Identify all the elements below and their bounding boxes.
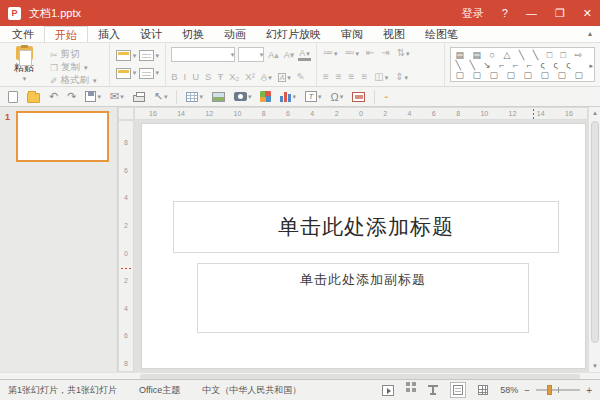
format-painter-button[interactable]: ✐ 格式刷 bbox=[50, 74, 97, 87]
tab-transitions[interactable]: 切换 bbox=[172, 26, 214, 42]
collapse-ribbon-icon[interactable]: ▴ bbox=[588, 26, 592, 42]
font-color-button[interactable]: A bbox=[298, 49, 311, 61]
grow-font-button[interactable]: A▴ bbox=[267, 50, 280, 60]
insert-chart-button[interactable] bbox=[280, 91, 296, 102]
slide[interactable]: 单击此处添加标题 单击此处添加副标题 bbox=[141, 123, 586, 369]
tab-file[interactable]: 文件 bbox=[2, 26, 44, 42]
slide-layout-icon bbox=[139, 50, 154, 61]
tab-slideshow[interactable]: 幻灯片放映 bbox=[256, 26, 331, 42]
slideshow-settings-button[interactable] bbox=[352, 92, 365, 102]
text-direction-button[interactable]: ⇅ bbox=[397, 47, 410, 58]
shrink-font-button[interactable]: A▾ bbox=[283, 50, 296, 60]
insert-picture-button[interactable] bbox=[212, 92, 225, 102]
tab-review[interactable]: 审阅 bbox=[331, 26, 373, 42]
login-button[interactable]: 登录 bbox=[462, 6, 484, 21]
shapes-row[interactable]: ▤ ▤ ○ △ ╲ ╲ □ □ ⇨ bbox=[455, 50, 586, 60]
shapes-row[interactable]: ▢ ▢ ▢ ▢ ▢ ▢ ▢ ▢ bbox=[455, 70, 586, 80]
undo-button[interactable]: ↶ bbox=[49, 90, 58, 103]
subscript-button[interactable]: X₂ bbox=[229, 71, 239, 82]
theme-name[interactable]: Office主题 bbox=[139, 384, 180, 397]
slideshow-view-button[interactable] bbox=[382, 385, 394, 396]
restore-button[interactable]: ❐ bbox=[555, 7, 565, 20]
numbering-button[interactable]: ≕ bbox=[344, 47, 359, 58]
open-file-button[interactable] bbox=[27, 91, 40, 103]
increase-indent-button[interactable]: ⇥ bbox=[381, 47, 389, 58]
save-button[interactable] bbox=[85, 91, 101, 102]
insert-textbox-button[interactable]: T bbox=[305, 91, 322, 102]
paste-button[interactable]: 粘贴 bbox=[4, 46, 44, 83]
redo-button[interactable]: ↷ bbox=[67, 90, 76, 103]
toolbar-more-button[interactable]: ∙∙ bbox=[384, 92, 387, 102]
columns-button[interactable]: ◫ bbox=[374, 71, 388, 82]
slide-sorter-view-button[interactable] bbox=[406, 388, 416, 392]
font-name-input[interactable] bbox=[172, 48, 229, 61]
slide-layout-button[interactable] bbox=[139, 48, 160, 64]
font-size-input[interactable] bbox=[239, 48, 258, 61]
phonetic-guide-button[interactable]: A̤ bbox=[261, 71, 272, 82]
language-indicator[interactable]: 中文（中华人民共和国） bbox=[202, 384, 301, 397]
shapes-gallery-more-icon[interactable]: ▸ bbox=[589, 62, 593, 70]
superscript-button[interactable]: X² bbox=[245, 71, 255, 82]
character-border-button[interactable]: A bbox=[278, 71, 291, 82]
vertical-scrollbar[interactable]: ▲ ▼ bbox=[588, 107, 600, 372]
strikethrough-button[interactable]: Ŧ bbox=[217, 71, 223, 82]
tab-view[interactable]: 视图 bbox=[373, 26, 415, 42]
ribbon-tab-bar: 文件 开始 插入 设计 切换 动画 幻灯片放映 审阅 视图 绘图笔 ▴ bbox=[0, 26, 600, 43]
shapes-gallery[interactable]: ▤ ▤ ○ △ ╲ ╲ □ □ ⇨ ╲ ╲ ↘ ⌐ ⌐ ⌐ ς ς ς ▢ ▢ … bbox=[450, 47, 595, 82]
text-effects-button[interactable]: ✎ bbox=[297, 71, 305, 82]
scroll-up-icon[interactable]: ▲ bbox=[589, 107, 600, 119]
justify-button[interactable]: ≡ bbox=[361, 71, 367, 82]
insert-symbol-button[interactable]: Ω bbox=[330, 91, 343, 103]
email-button[interactable]: ✉ bbox=[110, 90, 124, 103]
zoom-out-button[interactable]: − bbox=[524, 385, 530, 396]
italic-button[interactable]: I bbox=[184, 71, 187, 82]
grid-view-button[interactable] bbox=[478, 385, 488, 395]
normal-view-button[interactable] bbox=[450, 382, 466, 398]
decrease-indent-button[interactable]: ⇤ bbox=[366, 47, 374, 58]
shadow-button[interactable]: S bbox=[205, 71, 211, 82]
reading-view-button[interactable] bbox=[428, 385, 438, 395]
zoom-slider-thumb[interactable] bbox=[547, 385, 552, 395]
help-button[interactable]: ? bbox=[502, 7, 508, 19]
slide-thumbnail[interactable] bbox=[16, 111, 109, 162]
vertical-scrollbar-thumb[interactable] bbox=[591, 121, 599, 343]
cut-button[interactable]: ✂ 剪切 bbox=[50, 48, 97, 61]
subtitle-placeholder[interactable]: 单击此处添加副标题 bbox=[197, 263, 529, 333]
scroll-down-icon[interactable]: ▼ bbox=[589, 360, 600, 372]
print-button[interactable] bbox=[133, 91, 145, 102]
zoom-in-button[interactable]: + bbox=[586, 385, 592, 396]
zoom-level[interactable]: 58% bbox=[500, 385, 518, 395]
slide-section-button[interactable] bbox=[139, 66, 160, 82]
insert-table-button[interactable] bbox=[186, 92, 203, 102]
horizontal-ruler[interactable]: 1614121086420246810121416 bbox=[134, 107, 588, 120]
screenshot-button[interactable] bbox=[234, 92, 252, 101]
select-tool-button[interactable]: ↖ bbox=[154, 90, 168, 103]
zoom-slider[interactable] bbox=[536, 389, 580, 391]
new-slide-button[interactable] bbox=[116, 48, 137, 64]
smartart-button[interactable] bbox=[260, 91, 271, 102]
tab-animations[interactable]: 动画 bbox=[214, 26, 256, 42]
vertical-ruler[interactable]: 864202468 bbox=[118, 120, 134, 372]
close-button[interactable]: ✕ bbox=[583, 7, 592, 20]
shapes-row[interactable]: ╲ ╲ ↘ ⌐ ⌐ ⌐ ς ς ς bbox=[455, 60, 586, 70]
tab-insert[interactable]: 插入 bbox=[88, 26, 130, 42]
title-placeholder[interactable]: 单击此处添加标题 bbox=[173, 201, 559, 253]
horizontal-scrollbar[interactable] bbox=[0, 372, 600, 379]
underline-button[interactable]: U bbox=[192, 71, 199, 82]
minimize-button[interactable]: — bbox=[526, 7, 537, 19]
line-spacing-button[interactable]: ⇕ bbox=[395, 71, 408, 82]
font-size-select[interactable] bbox=[238, 47, 264, 62]
align-left-button[interactable]: ≡ bbox=[323, 71, 329, 82]
new-file-button[interactable] bbox=[8, 91, 18, 103]
tab-drawing-pen[interactable]: 绘图笔 bbox=[415, 26, 468, 42]
zoom-slider-tick bbox=[558, 387, 559, 393]
tab-design[interactable]: 设计 bbox=[130, 26, 172, 42]
copy-button[interactable]: ❐ 复制 bbox=[50, 61, 97, 74]
tab-home[interactable]: 开始 bbox=[44, 26, 88, 42]
bold-button[interactable]: B bbox=[171, 71, 177, 82]
align-right-button[interactable]: ≡ bbox=[349, 71, 355, 82]
align-center-button[interactable]: ≡ bbox=[336, 71, 342, 82]
bullets-button[interactable]: ≔ bbox=[323, 47, 338, 58]
reset-slide-button[interactable] bbox=[116, 66, 137, 82]
font-name-select[interactable] bbox=[171, 47, 235, 62]
